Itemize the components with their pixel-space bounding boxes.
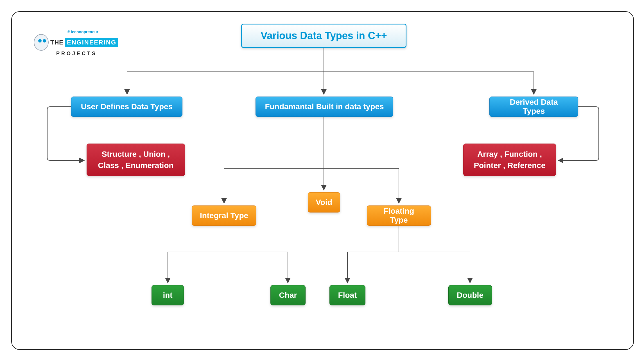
- node-float: Float: [329, 285, 365, 305]
- node-char: Char: [270, 285, 306, 305]
- node-derived-items: Array , Function , Pointer , Reference: [463, 144, 556, 176]
- node-int: int: [152, 285, 184, 305]
- node-integral: Integral Type: [192, 205, 256, 226]
- logo-hashtag: # technopreneur: [67, 30, 118, 34]
- node-derived: Derived Data Types: [489, 97, 578, 117]
- robot-icon: [34, 34, 49, 51]
- node-fundamental: Fundamantal Built in data types: [256, 97, 393, 117]
- diagram-frame: [11, 11, 634, 350]
- logo-projects: PROJECTS: [56, 51, 118, 57]
- node-void: Void: [308, 192, 340, 213]
- node-floating: Floating Type: [367, 205, 431, 226]
- node-title: Various Data Types in C++: [241, 24, 406, 48]
- logo-engineering: ENGINEERING: [65, 38, 118, 47]
- node-user-defines: User Defines Data Types: [71, 97, 182, 117]
- node-user-items: Structure , Union , Class , Enumeration: [87, 144, 185, 176]
- logo-the: THE: [50, 39, 64, 46]
- node-double: Double: [448, 285, 492, 305]
- logo: # technopreneur THE ENGINEERING PROJECTS: [34, 30, 118, 57]
